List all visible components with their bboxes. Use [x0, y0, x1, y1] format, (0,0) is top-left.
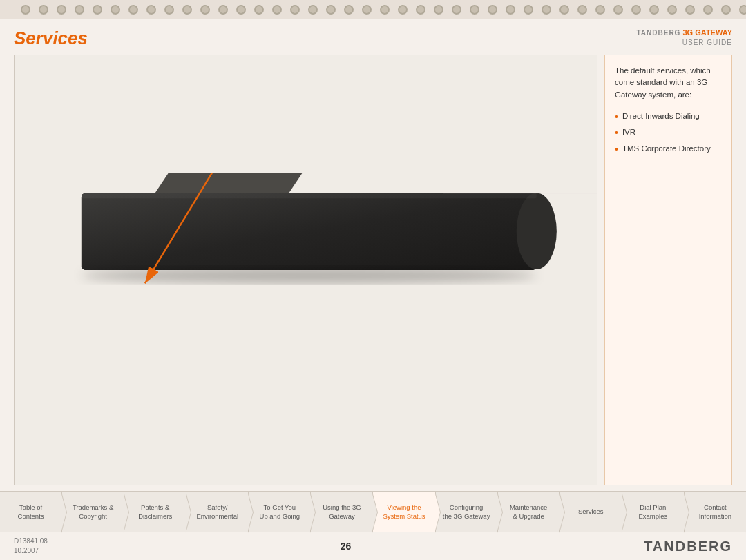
nav-label: Using the 3GGateway [323, 503, 361, 521]
spiral-dot [416, 5, 425, 15]
list-item: • Direct Inwards Dialing [615, 109, 722, 126]
nav-maintenance-upgrade[interactable]: Maintenance& Upgrade [498, 492, 560, 532]
brand-product: 3G GATEWAY [682, 28, 732, 37]
spiral-dot [506, 5, 515, 15]
spiral-dot [739, 5, 746, 15]
spiral-dot [128, 5, 138, 15]
spiral-dot [380, 5, 390, 15]
nav-label: Trademarks &Copyright [73, 503, 113, 521]
spiral-dot [344, 5, 354, 15]
spiral-dot [290, 5, 300, 15]
spiral-dot [524, 5, 533, 15]
spiral-dot [326, 5, 336, 15]
svg-rect-1 [82, 193, 537, 270]
list-item: • TMS Corporate Directory [615, 142, 722, 158]
brand-line: TANDBERG 3G GATEWAY [636, 28, 732, 38]
spiral-dot [164, 5, 174, 15]
svg-point-5 [82, 267, 537, 283]
nav-trademarks-copyright[interactable]: Trademarks &Copyright [62, 492, 124, 532]
spiral-dot [488, 5, 497, 15]
page-title: Services [14, 28, 88, 49]
brand-guide: USER GUIDE [636, 38, 732, 48]
nav-contact-information[interactable]: ContactInformation [685, 492, 746, 532]
doc-number: D13841.08 [14, 537, 48, 546]
sidebar-item-label: Direct Inwards Dialing [622, 110, 700, 122]
content-area [14, 55, 597, 485]
spiral-dot [218, 5, 228, 15]
spiral-dot [631, 5, 641, 15]
spiral-dot [649, 5, 659, 15]
spiral-dot [200, 5, 210, 15]
nav-label: Services [578, 508, 603, 516]
nav-label: Dial PlanExamples [638, 503, 667, 521]
svg-line-6 [145, 173, 212, 284]
spiral-dot [685, 5, 695, 15]
sidebar-list: • Direct Inwards Dialing • IVR • TMS Cor… [615, 109, 722, 158]
nav-label: Maintenance& Upgrade [510, 503, 547, 521]
nav-patents-disclaimers[interactable]: Patents &Disclaimers [124, 492, 186, 532]
main-body: The default services, which come standar… [0, 55, 746, 485]
spiral-dot [595, 5, 605, 15]
nav-label: Viewing theSystem Status [383, 503, 425, 521]
nav-label: Safety/Environmental [196, 503, 238, 521]
footer: D13841.08 10.2007 26 TANDBERG [0, 532, 746, 560]
sidebar: The default services, which come standar… [604, 55, 732, 485]
footer-doc-info: D13841.08 10.2007 [14, 537, 48, 556]
bullet-icon: • [615, 126, 618, 140]
spiral-dot [434, 5, 443, 15]
spiral-dot [182, 5, 192, 15]
svg-rect-4 [82, 193, 537, 199]
spiral-dot [452, 5, 461, 15]
list-item: • IVR [615, 125, 722, 142]
sidebar-item-label: TMS Corporate Directory [622, 143, 711, 155]
footer-brand: TANDBERG [644, 539, 732, 554]
spiral-dot [577, 5, 587, 15]
spiral-dot [308, 5, 318, 15]
nav-table-of-contents[interactable]: Table ofContents [0, 492, 62, 532]
nav-label: Table ofContents [18, 503, 44, 521]
spiral-dots [0, 5, 746, 15]
spiral-dot [146, 5, 156, 15]
spiral-dot [75, 5, 84, 15]
brand-info: TANDBERG 3G GATEWAY USER GUIDE [636, 28, 732, 48]
nav-label: Patents &Disclaimers [138, 503, 172, 521]
svg-marker-0 [155, 173, 302, 193]
nav-label: Configuringthe 3G Gateway [443, 503, 490, 521]
sidebar-description: The default services, which come standar… [615, 65, 722, 101]
spiral-dot [272, 5, 282, 15]
nav-safety-environmental[interactable]: Safety/Environmental [186, 492, 249, 532]
spiral-dot [398, 5, 408, 15]
spiral-dot [613, 5, 623, 15]
spiral-dot [470, 5, 479, 15]
nav-using-3g-gateway[interactable]: Using the 3GGateway [311, 492, 373, 532]
spiral-dot [93, 5, 102, 15]
svg-point-3 [517, 193, 557, 269]
nav-dial-plan-examples[interactable]: Dial PlanExamples [622, 492, 685, 532]
device-illustration [15, 55, 597, 485]
spiral-dot [111, 5, 120, 15]
bottom-nav: Table ofContents Trademarks &Copyright P… [0, 491, 746, 532]
nav-to-get-you-going[interactable]: To Get YouUp and Going [249, 492, 311, 532]
nav-configuring-3g-gateway[interactable]: Configuringthe 3G Gateway [436, 492, 498, 532]
spiral-dot [721, 5, 731, 15]
nav-services[interactable]: Services [560, 492, 622, 532]
bullet-icon: • [615, 110, 618, 124]
spiral-dot [21, 5, 30, 15]
sidebar-item-label: IVR [622, 126, 635, 138]
nav-label: To Get YouUp and Going [260, 503, 300, 521]
spiral-dot [254, 5, 264, 15]
header: Services TANDBERG 3G GATEWAY USER GUIDE [0, 19, 746, 55]
spiral-dot [542, 5, 551, 15]
page-container: Services TANDBERG 3G GATEWAY USER GUIDE [0, 19, 746, 560]
spiral-dot [39, 5, 48, 15]
spiral-dot [560, 5, 569, 15]
brand-name: TANDBERG [636, 29, 680, 37]
spiral-dot [362, 5, 372, 15]
spiral-binding [0, 0, 746, 19]
spiral-dot [667, 5, 677, 15]
nav-viewing-system-status[interactable]: Viewing theSystem Status [373, 492, 435, 532]
svg-rect-2 [82, 193, 537, 270]
doc-date: 10.2007 [14, 546, 48, 556]
spiral-dot [703, 5, 713, 15]
spiral-dot [57, 5, 66, 15]
